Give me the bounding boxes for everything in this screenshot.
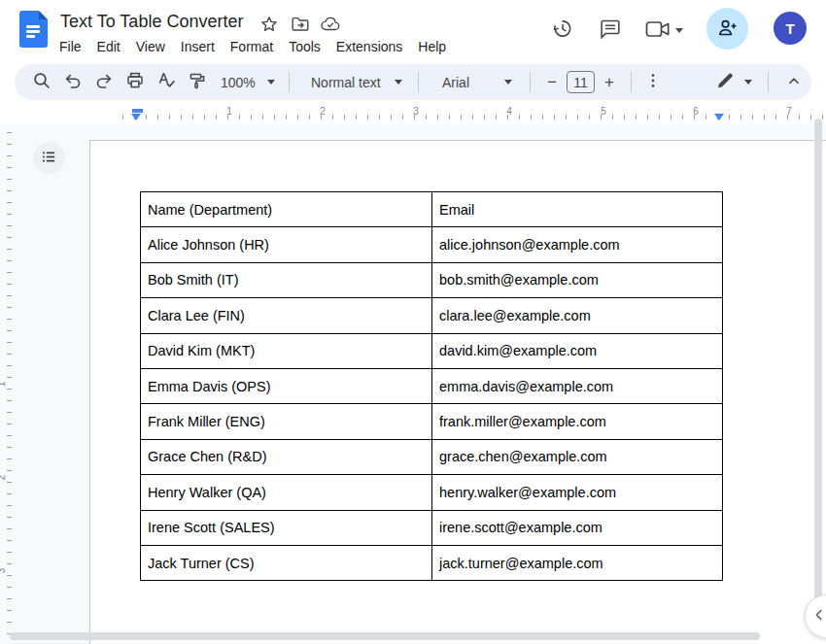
cell-email[interactable]: bob.smith@example.com bbox=[432, 262, 723, 297]
header-cell-email[interactable]: Email bbox=[432, 192, 723, 227]
comments-button[interactable] bbox=[595, 16, 626, 45]
account-avatar[interactable]: T bbox=[774, 12, 807, 45]
menu-file[interactable]: File bbox=[52, 37, 89, 56]
cell-email[interactable]: frank.miller@example.com bbox=[432, 404, 723, 439]
logo-line bbox=[26, 25, 40, 28]
chevron-down-icon bbox=[504, 80, 512, 85]
paint-format-button[interactable] bbox=[184, 69, 211, 96]
chevron-down-icon bbox=[675, 28, 683, 33]
undo-button[interactable] bbox=[59, 69, 86, 96]
chevron-up-icon bbox=[785, 72, 803, 92]
spellcheck-icon bbox=[156, 71, 176, 93]
menu-format[interactable]: Format bbox=[223, 37, 281, 56]
horizontal-scrollbar[interactable] bbox=[10, 632, 760, 640]
docs-logo-icon[interactable] bbox=[19, 11, 48, 48]
menu-extensions[interactable]: Extensions bbox=[328, 37, 410, 56]
logo-fold bbox=[39, 11, 48, 19]
toolbar-divider bbox=[631, 72, 632, 92]
cell-email[interactable]: irene.scott@example.com bbox=[432, 510, 723, 545]
menu-edit[interactable]: Edit bbox=[89, 37, 128, 56]
cell-name[interactable]: Frank Miller (ENG) bbox=[141, 404, 432, 439]
search-icon bbox=[32, 71, 52, 93]
undo-icon bbox=[63, 71, 83, 93]
more-toolbar-options-button[interactable] bbox=[639, 69, 667, 96]
chevron-down-icon bbox=[744, 80, 752, 85]
cell-email[interactable]: emma.davis@example.com bbox=[432, 368, 723, 403]
zoom-select[interactable]: 100% bbox=[221, 75, 279, 90]
menu-insert[interactable]: Insert bbox=[173, 37, 223, 56]
increase-font-size-button[interactable]: + bbox=[598, 70, 621, 95]
hide-menus-button[interactable] bbox=[780, 69, 808, 96]
header-cell-name[interactable]: Name (Department) bbox=[141, 192, 432, 227]
cell-name[interactable]: Bob Smith (IT) bbox=[141, 262, 432, 297]
table-row: Irene Scott (SALES) irene.scott@example.… bbox=[141, 510, 723, 545]
cell-email[interactable]: david.kim@example.com bbox=[432, 333, 723, 368]
comment-icon bbox=[600, 18, 621, 43]
menu-tools[interactable]: Tools bbox=[281, 37, 328, 56]
first-line-indent-marker[interactable] bbox=[132, 109, 143, 113]
paragraph-style-select[interactable]: Normal text bbox=[303, 75, 406, 90]
print-button[interactable] bbox=[121, 69, 149, 96]
font-family-select[interactable]: Arial bbox=[432, 75, 518, 90]
table-row: Clara Lee (FIN) clara.lee@example.com bbox=[141, 298, 723, 333]
vertical-scrollbar[interactable] bbox=[814, 119, 822, 620]
table-row: Grace Chen (R&D) grace.chen@example.com bbox=[141, 439, 723, 474]
cell-name[interactable]: Alice Johnson (HR) bbox=[141, 227, 432, 262]
meet-button[interactable] bbox=[641, 16, 686, 45]
logo-line bbox=[26, 30, 40, 33]
decrease-font-size-button[interactable]: − bbox=[540, 70, 564, 95]
ruler-number: 4 bbox=[503, 106, 515, 117]
table-header-row: Name (Department) Email bbox=[141, 192, 723, 227]
cell-name[interactable]: Jack Turner (CS) bbox=[141, 545, 432, 580]
ruler-number: 3 bbox=[0, 568, 7, 574]
font-size-control: − + bbox=[540, 70, 621, 95]
chevron-down-icon bbox=[267, 80, 275, 85]
paragraph-style-value: Normal text bbox=[311, 75, 381, 90]
cell-email[interactable]: jack.turner@example.com bbox=[432, 545, 723, 580]
redo-button[interactable] bbox=[90, 69, 118, 96]
toolbar: 100% Normal text Arial − + bbox=[15, 64, 811, 100]
cloud-check-icon bbox=[320, 15, 341, 37]
cell-name[interactable]: Henry Walker (QA) bbox=[141, 475, 432, 510]
cell-name[interactable]: Clara Lee (FIN) bbox=[141, 298, 432, 333]
table-row: Emma Davis (OPS) emma.davis@example.com bbox=[141, 368, 723, 403]
font-size-input[interactable] bbox=[567, 71, 595, 93]
editing-mode-select[interactable] bbox=[715, 71, 752, 94]
logo-line bbox=[26, 35, 35, 38]
cell-email[interactable]: henry.walker@example.com bbox=[432, 475, 723, 510]
right-indent-marker[interactable] bbox=[714, 114, 724, 120]
share-button[interactable] bbox=[706, 8, 748, 50]
document-page[interactable]: Name (Department) Email Alice Johnson (H… bbox=[89, 140, 826, 644]
toolbar-divider bbox=[768, 72, 769, 92]
cell-name[interactable]: Grace Chen (R&D) bbox=[141, 439, 432, 474]
menu-help[interactable]: Help bbox=[410, 37, 454, 56]
cell-name[interactable]: David Kim (MKT) bbox=[141, 333, 432, 368]
ruler-ticks bbox=[7, 132, 12, 644]
search-menus-button[interactable] bbox=[28, 69, 55, 96]
cell-email[interactable]: clara.lee@example.com bbox=[432, 298, 723, 333]
show-document-outline-button[interactable] bbox=[33, 142, 65, 174]
move-button[interactable] bbox=[289, 14, 312, 37]
ruler-number: 6 bbox=[690, 106, 702, 117]
document-title[interactable]: Text To Table Converter bbox=[60, 12, 243, 32]
cell-name[interactable]: Irene Scott (SALES) bbox=[141, 510, 432, 545]
ruler-number: 3 bbox=[410, 106, 422, 117]
avatar-letter: T bbox=[785, 20, 794, 37]
version-history-button[interactable] bbox=[546, 16, 577, 45]
cell-email[interactable]: alice.johnson@example.com bbox=[432, 227, 723, 262]
ruler-number: 5 bbox=[598, 106, 609, 117]
zoom-value: 100% bbox=[221, 75, 256, 90]
paint-roller-icon bbox=[188, 71, 207, 93]
cell-email[interactable]: grace.chen@example.com bbox=[432, 439, 723, 474]
cell-name[interactable]: Emma Davis (OPS) bbox=[141, 368, 432, 403]
spellcheck-button[interactable] bbox=[153, 69, 180, 96]
ruler-number: 1 bbox=[224, 106, 235, 117]
redo-icon bbox=[94, 71, 114, 93]
left-indent-marker[interactable] bbox=[131, 114, 141, 120]
document-outline-icon bbox=[41, 149, 57, 168]
menu-view[interactable]: View bbox=[128, 37, 173, 56]
document-status-button[interactable] bbox=[319, 14, 342, 37]
pencil-icon bbox=[715, 71, 735, 94]
document-table: Name (Department) Email Alice Johnson (H… bbox=[140, 191, 723, 581]
star-button[interactable] bbox=[258, 14, 281, 37]
